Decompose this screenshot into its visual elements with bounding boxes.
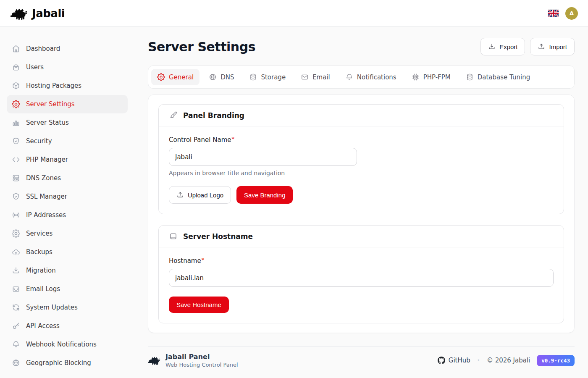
sidebar-item-migration[interactable]: Migration [7,261,128,280]
sidebar-item-php-manager[interactable]: PHP Manager [7,150,128,169]
code-icon [12,155,20,164]
sidebar-item-geographic-blocking[interactable]: Geographic Blocking [7,354,128,372]
tab-dns[interactable]: DNS [203,69,240,85]
card-title: Server Hostname [183,232,253,241]
sidebar-item-label: Users [26,63,44,71]
sidebar-item-label: API Access [26,322,60,330]
page-title: Server Settings [148,39,255,54]
key-icon [12,322,20,330]
paintbrush-icon [169,111,178,120]
upload-icon [176,191,184,199]
card-title: Panel Branding [183,111,244,120]
archive-icon [12,63,20,71]
version-badge[interactable]: v0.9-rc43 [537,355,575,366]
sidebar-item-email-logs[interactable]: Email Logs [7,280,128,298]
tab-database-tuning[interactable]: Database Tuning [460,69,536,85]
upload-logo-button[interactable]: Upload Logo [169,186,231,204]
copyright-text: © 2026 Jabali [487,357,530,364]
github-link[interactable]: GitHub [438,357,470,364]
github-icon [438,357,445,364]
save-hostname-button[interactable]: Save Hostname [169,297,229,313]
server-icon [169,232,178,241]
hostname-label: Hostname* [169,257,204,265]
sidebar-item-label: DNS Zones [26,174,61,182]
boar-icon [10,7,28,20]
sidebar-item-label: Server Settings [26,100,74,108]
save-branding-button[interactable]: Save Branding [236,186,293,204]
download-icon [488,43,496,50]
download-icon [12,266,20,275]
gear-icon [12,100,20,108]
server-stack-icon [12,174,20,182]
general-tab-panel: Panel Branding Control Panel Name* Appea… [148,94,575,333]
home-icon [12,45,20,53]
cloud-upload-icon [12,248,20,256]
tab-storage[interactable]: Storage [243,69,291,85]
sidebar-item-ssl-manager[interactable]: SSL Manager [7,187,128,206]
sidebar-item-webhook-notifications[interactable]: Webhook Notifications [7,335,128,354]
radio-icon [12,211,20,219]
sidebar-item-label: System Updates [26,304,78,311]
tab-notifications[interactable]: Notifications [339,69,402,85]
gear-icon [12,229,20,238]
field-helper-text: Appears in browser title and navigation [169,170,554,176]
hostname-input[interactable] [169,269,554,287]
brand-logo[interactable]: Jabali [10,7,65,20]
database-icon [249,73,257,81]
tab-email[interactable]: Email [295,69,336,85]
bell-icon [345,73,353,81]
sidebar-nav: DashboardUsersHosting PackagesServer Set… [0,27,134,378]
sidebar-item-label: IP Addresses [26,211,66,219]
upload-icon [538,43,545,50]
control-panel-name-label: Control Panel Name* [169,136,234,144]
tab-general[interactable]: General [151,69,200,85]
package-icon [12,81,20,90]
globe-icon [12,359,20,367]
inbox-icon [12,285,20,293]
sidebar-item-hosting-packages[interactable]: Hosting Packages [7,76,128,95]
sidebar-item-label: SSL Manager [26,193,67,200]
sidebar-item-backups[interactable]: Backups [7,243,128,261]
bell-icon [12,340,20,349]
sidebar-item-security[interactable]: Security [7,132,128,150]
footer-tagline: Web Hosting Control Panel [165,362,238,368]
avatar[interactable]: A [565,7,578,20]
sidebar-item-label: Email Logs [26,285,60,293]
sidebar-item-dns-zones[interactable]: DNS Zones [7,169,128,187]
footer: Jabali Panel Web Hosting Control Panel G… [148,346,575,378]
sidebar-item-system-updates[interactable]: System Updates [7,298,128,317]
sidebar-item-api-access[interactable]: API Access [7,317,128,335]
sidebar-item-services[interactable]: Services [7,224,128,243]
top-bar: Jabali A [0,0,588,27]
export-button[interactable]: Export [480,38,525,55]
server-hostname-card: Server Hostname Hostname* Save Hostname [158,225,564,323]
refresh-icon [12,303,20,312]
sidebar-item-label: PHP Manager [26,156,68,163]
sidebar-item-server-status[interactable]: Server Status [7,113,128,132]
brand-name: Jabali [32,7,65,20]
sidebar-item-label: Migration [26,267,56,274]
panel-branding-card: Panel Branding Control Panel Name* Appea… [158,104,564,214]
sidebar-item-label: Hosting Packages [26,82,81,89]
tab-php-fpm[interactable]: PHP-FPM [406,69,457,85]
sidebar-item-server-settings[interactable]: Server Settings [7,95,128,113]
sidebar-item-label: Webhook Notifications [26,341,97,348]
sidebar-item-label: Backups [26,248,52,256]
dot-separator: • [477,357,480,363]
uk-flag-icon[interactable] [548,10,559,17]
import-button[interactable]: Import [530,38,575,55]
main-content: Server Settings ExportImport GeneralDNSS… [134,27,588,378]
footer-app-name: Jabali Panel [165,353,238,361]
sidebar-item-ip-addresses[interactable]: IP Addresses [7,206,128,224]
cpu-icon [412,73,420,81]
shield-check-icon [12,192,20,201]
shield-check-icon [12,137,20,145]
required-mark: * [231,136,234,142]
gear-icon [157,73,165,81]
control-panel-name-input[interactable] [169,148,357,166]
settings-tabbar: GeneralDNSStorageEmailNotificationsPHP-F… [148,66,575,89]
sidebar-item-dashboard[interactable]: Dashboard [7,39,128,58]
sidebar-item-users[interactable]: Users [7,58,128,76]
sidebar-item-label: Dashboard [26,45,60,52]
mail-icon [301,73,309,81]
